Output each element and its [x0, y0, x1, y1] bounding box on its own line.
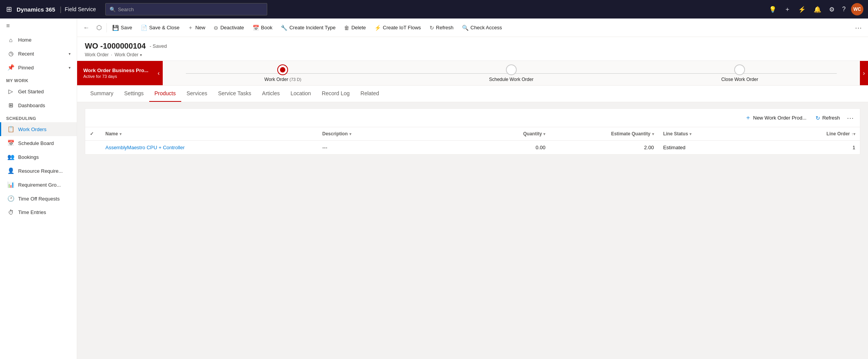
- cmd-separator: [106, 23, 107, 32]
- detach-button[interactable]: ⬡: [93, 22, 105, 34]
- col-header-check[interactable]: ✓: [85, 127, 101, 141]
- tab-services[interactable]: Services: [181, 86, 213, 102]
- create-incident-button[interactable]: 🔧 Create Incident Type: [277, 22, 339, 33]
- subgrid-refresh-button[interactable]: ↻ Refresh: [812, 113, 844, 123]
- sidebar-item-label: Work Orders: [18, 126, 46, 132]
- process-next-button[interactable]: ›: [860, 61, 868, 85]
- time-entries-icon: ⏱: [7, 209, 14, 216]
- back-button[interactable]: ←: [80, 22, 93, 34]
- sidebar-item-home[interactable]: ⌂ Home: [0, 33, 77, 47]
- sidebar-item-schedule-board[interactable]: 📅 Schedule Board: [0, 136, 77, 150]
- sidebar-item-dashboards[interactable]: ⊞ Dashboards: [0, 98, 77, 112]
- new-button[interactable]: ＋ New: [184, 22, 209, 34]
- subgrid-refresh-icon: ↻: [816, 115, 820, 121]
- sidebar-item-recent[interactable]: ◷ Recent ▾: [0, 47, 77, 61]
- dropdown-icon: ▾: [140, 53, 142, 57]
- subgrid-more-icon[interactable]: ⋯: [845, 112, 855, 124]
- sidebar-item-pinned[interactable]: 📌 Pinned ▾: [0, 61, 77, 74]
- sidebar-item-time-off-requests[interactable]: 🕐 Time Off Requests: [0, 192, 77, 206]
- record-title: WO -1000000104: [85, 42, 146, 51]
- col-header-line-order[interactable]: Line Order ↑▾: [767, 127, 860, 141]
- check-access-icon: 🔍: [462, 25, 469, 31]
- top-nav-icons: 💡 ＋ ⚡ 🔔 ⚙ ? WC: [767, 3, 863, 15]
- sidebar-item-get-started[interactable]: ▷ Get Started: [0, 84, 77, 98]
- deactivate-icon: ⊖: [214, 25, 218, 31]
- filter-icon[interactable]: ⚡: [796, 4, 808, 15]
- breadcrumb-item-2[interactable]: Work Order ▾: [115, 52, 142, 57]
- save-button[interactable]: 💾 Save: [108, 22, 136, 33]
- chevron-down-icon: ▾: [69, 66, 71, 70]
- sort-icon-status: ▾: [689, 132, 691, 136]
- sidebar-item-label: Recent: [18, 51, 34, 57]
- sidebar-item-work-orders[interactable]: 📋 Work Orders: [0, 122, 77, 136]
- process-active-stage[interactable]: Work Order Business Pro... Active for 73…: [77, 61, 155, 85]
- sidebar-toggle[interactable]: ≡: [0, 19, 77, 33]
- col-header-description[interactable]: Description ▾: [318, 127, 457, 141]
- check-icon: ✓: [90, 131, 94, 137]
- search-input[interactable]: [118, 7, 263, 12]
- new-work-order-product-button[interactable]: ＋ New Work Order Prod...: [741, 112, 810, 124]
- step-circle-close: [734, 64, 745, 75]
- tab-products[interactable]: Products: [149, 86, 181, 102]
- row-name: AssemblyMaestro CPU + Controller: [101, 141, 318, 155]
- sidebar-item-bookings[interactable]: 👥 Bookings: [0, 150, 77, 164]
- sidebar-item-time-entries[interactable]: ⏱ Time Entries: [0, 206, 77, 219]
- row-checkbox[interactable]: [85, 141, 101, 155]
- search-icon: 🔍: [110, 7, 116, 12]
- tab-articles[interactable]: Articles: [257, 86, 285, 102]
- active-stage-name: Work Order Business Pro...: [83, 67, 148, 73]
- tabs-bar: Summary Settings Products Services Servi…: [77, 86, 868, 102]
- detach-icon: ⬡: [96, 24, 102, 31]
- lightbulb-icon[interactable]: 💡: [767, 4, 779, 15]
- check-access-button[interactable]: 🔍 Check Access: [458, 22, 506, 33]
- plus-icon[interactable]: ＋: [782, 4, 793, 15]
- col-header-estimate-quantity[interactable]: Estimate Quantity ▾: [550, 127, 658, 141]
- tab-settings[interactable]: Settings: [119, 86, 149, 102]
- search-bar[interactable]: 🔍: [105, 3, 267, 15]
- grid-icon[interactable]: ⊞: [5, 3, 13, 15]
- sidebar: ≡ ⌂ Home ◷ Recent ▾ 📌 Pinned ▾ My Work ▷…: [0, 19, 77, 359]
- delete-button[interactable]: 🗑 Delete: [340, 22, 370, 33]
- tab-location[interactable]: Location: [285, 86, 316, 102]
- main-layout: ≡ ⌂ Home ◷ Recent ▾ 📌 Pinned ▾ My Work ▷…: [0, 19, 868, 359]
- nav-divider: |: [60, 5, 62, 13]
- avatar[interactable]: WC: [851, 3, 863, 15]
- req-groups-icon: 📊: [7, 181, 14, 188]
- row-line-order: 1: [767, 141, 860, 155]
- settings-icon[interactable]: ⚙: [827, 4, 837, 15]
- col-header-name[interactable]: Name ▾: [101, 127, 318, 141]
- col-header-quantity[interactable]: Quantity ▾: [457, 127, 550, 141]
- new-product-icon: ＋: [745, 114, 751, 122]
- tab-record-log[interactable]: Record Log: [316, 86, 355, 102]
- more-options-icon[interactable]: ⋯: [852, 21, 865, 34]
- refresh-button[interactable]: ↻ Refresh: [426, 22, 458, 33]
- deactivate-button[interactable]: ⊖ Deactivate: [210, 22, 248, 33]
- breadcrumb-item-1[interactable]: Work Order: [85, 52, 109, 57]
- brand-label: Dynamics 365: [17, 6, 55, 13]
- step-label-work-order: Work Order (73 D): [265, 77, 302, 82]
- create-iot-button[interactable]: ⚡ Create IoT Flows: [371, 22, 425, 33]
- process-prev-button[interactable]: ‹: [155, 61, 163, 85]
- process-step-work-order[interactable]: Work Order (73 D): [265, 64, 302, 82]
- sidebar-item-label: Schedule Board: [18, 140, 54, 146]
- book-button[interactable]: 📅 Book: [249, 22, 276, 33]
- sidebar-item-label: Resource Require...: [18, 168, 63, 174]
- sidebar-item-resource-requirements[interactable]: 👤 Resource Require...: [0, 164, 77, 178]
- help-icon[interactable]: ?: [840, 4, 848, 14]
- sidebar-item-requirement-groups[interactable]: 📊 Requirement Gro...: [0, 178, 77, 192]
- breadcrumb-separator: ·: [111, 52, 112, 57]
- tab-service-tasks[interactable]: Service Tasks: [212, 86, 256, 102]
- product-name-link[interactable]: AssemblyMaestro CPU + Controller: [105, 145, 185, 150]
- breadcrumb: Work Order · Work Order ▾: [85, 52, 860, 57]
- save-close-button[interactable]: 📄 Save & Close: [137, 22, 184, 33]
- process-bar: Work Order Business Pro... Active for 73…: [77, 61, 868, 86]
- process-step-schedule[interactable]: Schedule Work Order: [489, 64, 533, 82]
- process-step-close[interactable]: Close Work Order: [721, 64, 758, 82]
- row-description: ---: [318, 141, 457, 155]
- col-header-line-status[interactable]: Line Status ▾: [659, 127, 767, 141]
- iot-icon: ⚡: [374, 25, 381, 31]
- recent-icon: ◷: [7, 50, 14, 57]
- bell-icon[interactable]: 🔔: [811, 4, 824, 15]
- tab-summary[interactable]: Summary: [85, 86, 119, 102]
- tab-related[interactable]: Related: [355, 86, 384, 102]
